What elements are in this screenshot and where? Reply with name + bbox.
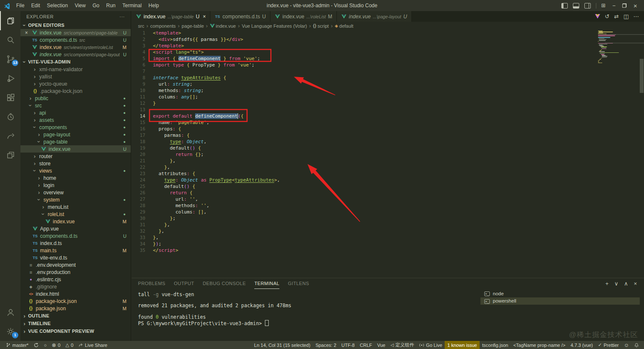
- breadcrumb-item[interactable]: page-table: [182, 23, 204, 29]
- status-item-4-7-3-vue-[interactable]: 4.7.3 (vue): [568, 341, 595, 349]
- menu-help[interactable]: Help: [145, 1, 163, 10]
- toggle-secondary-sidebar-icon[interactable]: [584, 3, 591, 9]
- tree-item-index.html[interactable]: <>index.html: [20, 290, 131, 297]
- close-icon[interactable]: ×: [203, 14, 206, 20]
- open-editor-item[interactable]: index.vuesrc\components\page-layoutU: [20, 51, 131, 58]
- tree-item-App.vue[interactable]: App.vue: [20, 225, 131, 232]
- tree-item-components.d.ts[interactable]: TScomponents.d.tsU: [20, 232, 131, 239]
- panel-tab-gitlens[interactable]: GITLENS: [288, 278, 309, 289]
- status-item[interactable]: [31, 341, 41, 349]
- tree-item-store[interactable]: ›store: [20, 160, 131, 167]
- close-icon[interactable]: ×: [23, 30, 30, 36]
- status-item-live-share[interactable]: Live Share: [76, 341, 110, 349]
- tree-item-.env.production[interactable]: ≡.env.production: [20, 268, 131, 276]
- tree-item-.eslintrc.cjs[interactable]: ●.eslintrc.cjs: [20, 276, 131, 283]
- menu-go[interactable]: Go: [89, 1, 103, 10]
- breadcrumb-item[interactable]: index.vue: [210, 23, 236, 29]
- tab-components.d.ts[interactable]: TScomponents.d.tsU: [210, 11, 270, 22]
- tree-item-login[interactable]: ›login: [20, 182, 131, 189]
- status-item--tagname-prop-name-[interactable]: <TagName prop-name />: [511, 341, 568, 349]
- tree-item-index.vue[interactable]: index.vueM: [20, 218, 131, 225]
- menu-selection[interactable]: Selection: [43, 1, 71, 10]
- plus-icon[interactable]: +: [605, 280, 609, 287]
- minimize-button[interactable]: −: [611, 3, 618, 9]
- terminal-instance-powershell[interactable]: >_powershell: [480, 297, 640, 305]
- tree-item-package-lock.json[interactable]: {}package-lock.jsonM: [20, 297, 131, 305]
- tab-index.vue[interactable]: index.vue...\page-tableU×: [132, 11, 210, 22]
- panel-tab-output[interactable]: OUTPUT: [174, 278, 194, 289]
- project-root-header[interactable]: › VITE-VUE3-ADMIN: [20, 58, 131, 66]
- more-actions-icon[interactable]: ⋯: [633, 13, 639, 20]
- menu-file[interactable]: File: [13, 1, 28, 10]
- tree-item-index.d.ts[interactable]: TSindex.d.ts: [20, 239, 131, 247]
- timeline-history-icon[interactable]: ↺: [605, 13, 610, 20]
- tab-index.vue[interactable]: index.vue...\page-layoutU: [337, 11, 412, 22]
- tree-item-main.ts[interactable]: TSmain.tsM: [20, 247, 131, 254]
- status-item-prettier[interactable]: ✓Prettier: [595, 341, 621, 349]
- tree-item-menuList[interactable]: ›menuList: [20, 203, 131, 211]
- tree-item-package.json[interactable]: {}package.jsonM: [20, 305, 131, 312]
- tree-item-.env.development[interactable]: ≡.env.development: [20, 261, 131, 268]
- files-icon[interactable]: [0, 11, 20, 30]
- status-item-ln-14-col-31-15-selected-[interactable]: Ln 14, Col 31 (15 selected): [252, 341, 313, 349]
- chevron-up-icon[interactable]: ∧: [624, 280, 628, 287]
- tree-item-vite-env.d.ts[interactable]: TSvite-env.d.ts: [20, 254, 131, 261]
- settings-gear-icon[interactable]: 1: [0, 322, 20, 341]
- toggle-panel-icon[interactable]: [573, 3, 579, 9]
- status-item-crlf[interactable]: CRLF: [357, 341, 375, 349]
- tree-item-yallist[interactable]: ›yallist: [20, 73, 131, 80]
- status-item-0[interactable]: △0: [63, 341, 76, 349]
- breadcrumb-item[interactable]: Vue Language Features (Volar): [242, 23, 307, 29]
- breadcrumb-item[interactable]: src: [138, 23, 144, 29]
- tree-item-xml-name-validator[interactable]: ›xml-name-validator: [20, 66, 131, 73]
- close-icon[interactable]: ×: [634, 280, 637, 287]
- menu-edit[interactable]: Edit: [28, 1, 43, 10]
- panel-tab-problems[interactable]: PROBLEMS: [138, 278, 165, 289]
- run-debug-icon[interactable]: [0, 69, 20, 88]
- status-item[interactable]: ○: [41, 341, 49, 349]
- status-item-master-[interactable]: master*: [3, 341, 31, 349]
- watch-icon[interactable]: [0, 107, 20, 126]
- extensions-icon[interactable]: [0, 88, 20, 107]
- open-editor-item[interactable]: ×index.vuesrc\components\page-tableU: [20, 29, 131, 36]
- minimap[interactable]: [598, 31, 625, 78]
- toggle-sidebar-icon[interactable]: [561, 3, 568, 9]
- source-control-icon[interactable]: 13: [0, 49, 20, 69]
- tree-item-page-layout[interactable]: ›page-layout●: [20, 131, 131, 138]
- breadcrumb-item[interactable]: {}script: [313, 23, 329, 29]
- terminal-output[interactable]: tall -g vue-dts-gen removed 21 packages,…: [138, 292, 477, 339]
- tree-item-yocto-queue[interactable]: ›yocto-queue: [20, 80, 131, 87]
- tab-index.vue[interactable]: index.vue...\roleListM: [270, 11, 337, 22]
- open-editor-item[interactable]: index.vuesrc\views\system\roleListM: [20, 43, 131, 51]
- status-item-定义组件[interactable]: ◁定义组件: [388, 341, 417, 349]
- share-icon[interactable]: [0, 126, 20, 145]
- account-icon[interactable]: [0, 303, 20, 322]
- tree-item-system[interactable]: ›system●: [20, 196, 131, 203]
- open-editors-header[interactable]: › OPEN EDITORS: [20, 21, 131, 29]
- tree-item-home[interactable]: ›home: [20, 174, 131, 182]
- tree-item-page-table[interactable]: ›page-table●: [20, 138, 131, 145]
- editor-scrollbar[interactable]: [640, 59, 644, 93]
- tree-item-views[interactable]: ›views●: [20, 167, 131, 174]
- terminal-instance-node[interactable]: >_node: [480, 290, 640, 297]
- panel-tab-debug-console[interactable]: DEBUG CONSOLE: [203, 278, 246, 289]
- tree-item-.gitignore[interactable]: ◆.gitignore: [20, 283, 131, 290]
- panel-tab-terminal[interactable]: TERMINAL: [254, 278, 279, 289]
- tree-item-.package-lock.json[interactable]: {}.package-lock.json: [20, 87, 131, 95]
- chevron-down-icon[interactable]: ∨: [614, 280, 618, 287]
- breadcrumb[interactable]: src›components›page-table›index.vue›Vue …: [132, 22, 644, 30]
- breadcrumb-item[interactable]: components: [150, 23, 176, 29]
- customize-layout-icon[interactable]: ⊞: [601, 3, 606, 9]
- tree-item-assets[interactable]: ›assets●: [20, 116, 131, 124]
- section-vue-component-preview[interactable]: ›VUE COMPONENT PREVIEW: [20, 327, 131, 335]
- code-editor[interactable]: 1<template>2 <div>sdfsdfs{{ parmas }}</d…: [132, 30, 644, 278]
- status-item-utf-8[interactable]: UTF-8: [339, 341, 357, 349]
- breadcrumb-item[interactable]: ◈default: [335, 23, 354, 29]
- tree-item-src[interactable]: ›src●: [20, 102, 131, 109]
- section-outline[interactable]: ›OUTLINE: [20, 312, 131, 320]
- status-item-vue[interactable]: Vue: [374, 341, 388, 349]
- status-item-tsconfig-json[interactable]: tsconfig.json: [480, 341, 511, 349]
- close-window-button[interactable]: ×: [632, 2, 639, 9]
- split-editor-icon[interactable]: ◫: [624, 13, 629, 20]
- compare-changes-icon[interactable]: ⇄: [614, 13, 619, 20]
